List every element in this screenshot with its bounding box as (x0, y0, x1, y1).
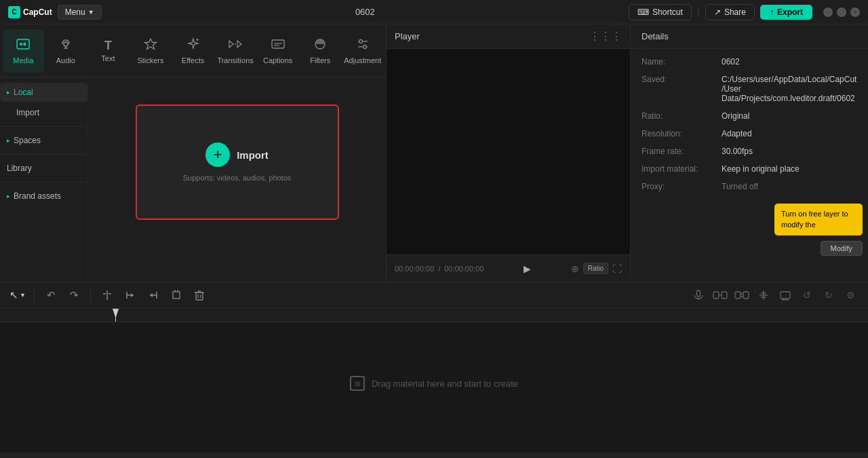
delete-tool[interactable] (190, 286, 209, 305)
export-button[interactable]: ↑ Export (760, 5, 812, 20)
tool-label-filters: Filters (310, 56, 330, 64)
sidebar-label-import: Import (16, 108, 39, 117)
redo-indicator[interactable]: ↻ (819, 286, 838, 305)
tool-item-effects[interactable]: Effects (172, 29, 214, 73)
details-header: Details (631, 24, 868, 49)
detail-label-saved: Saved: (642, 75, 716, 84)
cursor-dropdown-icon: ▼ (20, 292, 26, 299)
center-align-tool[interactable] (754, 286, 773, 305)
frame-left-icon (124, 289, 136, 301)
menu-button[interactable]: Menu ▼ (58, 5, 102, 20)
tool-item-stickers[interactable]: Stickers (130, 29, 172, 73)
svg-rect-36 (713, 292, 719, 299)
title-bar: C CapCut Menu ▼ 0602 ⌨ Shortcut | ↗ Shar… (0, 0, 868, 24)
detail-row-resolution: Resolution: Adapted (642, 129, 857, 138)
tool-item-captions[interactable]: Captions (257, 29, 298, 73)
redo-button[interactable]: ↷ (64, 286, 83, 305)
sidebar-item-import[interactable]: Import (0, 103, 87, 122)
detail-row-import-material: Import material: Keep in original place (642, 164, 857, 174)
svg-marker-7 (237, 41, 241, 47)
capcut-logo: C CapCut (8, 6, 52, 18)
crop-tool[interactable] (167, 286, 186, 305)
detail-row-ratio: Ratio: Original (642, 111, 857, 121)
sidebar-item-library[interactable]: Library (0, 159, 87, 178)
player-header: Player ⋮⋮⋮ (387, 24, 630, 49)
sidebar-item-local[interactable]: ▸ Local (0, 83, 87, 102)
tool-label-transitions: Transitions (217, 56, 253, 64)
svg-rect-40 (743, 292, 749, 299)
share-button[interactable]: ↗ Share (705, 4, 755, 20)
tool-item-media[interactable]: Media (3, 29, 44, 73)
detail-label-name: Name: (642, 57, 716, 66)
title-bar-right: ⌨ Shortcut | ↗ Share ↑ Export − □ × (629, 4, 860, 20)
player-menu-icon[interactable]: ⋮⋮⋮ (589, 30, 622, 43)
time-total: 00:00:00:00 (444, 265, 484, 273)
ratio-button[interactable]: Ratio (583, 263, 608, 274)
modify-button[interactable]: Modify (821, 241, 863, 256)
timeline-right-tools: ↺ ↻ ⚙ (689, 286, 860, 305)
tool-item-filters[interactable]: Filters (300, 29, 341, 73)
detail-row-saved: Saved: C:/Users/user/AppData/Local/CapCu… (642, 75, 857, 103)
svg-rect-29 (196, 292, 203, 300)
sidebar-label-spaces: Spaces (14, 136, 41, 145)
detail-value-name: 0602 (722, 57, 857, 66)
sidebar-item-brand-assets[interactable]: ▸ Brand assets (0, 187, 87, 206)
import-zone[interactable]: + Import Supports: videos, audios, photo… (136, 104, 339, 220)
zoom-icon[interactable]: ⊕ (571, 263, 579, 274)
details-title: Details (642, 31, 669, 41)
sidebar-item-spaces[interactable]: ▸ Spaces (0, 131, 87, 150)
tool-label-captions: Captions (263, 56, 292, 64)
tool-label-stickers: Stickers (137, 56, 163, 64)
title-bar-left: C CapCut Menu ▼ (8, 5, 102, 20)
chevron-icon-local: ▸ (7, 89, 10, 96)
play-button[interactable]: ▶ (519, 261, 535, 277)
tool-item-audio[interactable]: Audio (45, 29, 87, 73)
maximize-button[interactable]: □ (837, 7, 846, 17)
link-tool[interactable] (711, 286, 730, 305)
minimize-button[interactable]: − (823, 7, 833, 17)
undo-indicator[interactable]: ↺ (797, 286, 816, 305)
timeline-scrollbar[interactable] (0, 453, 868, 458)
tl-divider-2 (90, 288, 91, 302)
toolbar: Media Audio T Text (0, 24, 386, 77)
tool-item-adjustment[interactable]: Adjustment (342, 29, 384, 73)
player-right-controls: ⊕ Ratio ⛶ (571, 263, 622, 274)
tool-item-text[interactable]: T Text (87, 29, 129, 73)
chevron-icon-spaces: ▸ (7, 137, 10, 144)
svg-rect-34 (697, 290, 701, 297)
undo-button[interactable]: ↶ (41, 286, 60, 305)
svg-rect-37 (722, 292, 727, 299)
timeline-area: ⊞ Drag material here and start to create (0, 309, 868, 458)
capcut-logo-icon: C (8, 6, 20, 18)
media-icon (16, 37, 31, 54)
preview-tool[interactable] (776, 286, 795, 305)
svg-marker-5 (144, 39, 156, 50)
tool-label-media: Media (13, 56, 33, 64)
timeline-settings[interactable]: ⚙ (841, 286, 860, 305)
drag-hint-icon: ⊞ (350, 376, 365, 391)
timeline-cursor (115, 309, 116, 322)
microphone-button[interactable] (689, 286, 708, 305)
audio-link-tool[interactable] (732, 286, 751, 305)
svg-point-14 (359, 40, 362, 43)
player-controls: 00:00:00:00 / 00:00:00:00 ▶ ⊕ Ratio ⛶ (387, 254, 630, 282)
sidebar-label-brand-assets: Brand assets (14, 191, 61, 201)
detail-value-ratio: Original (722, 111, 857, 121)
fullscreen-icon[interactable]: ⛶ (612, 263, 622, 274)
cursor-tool[interactable]: ↖ ▼ (8, 286, 27, 305)
player-time: 00:00:00:00 / 00:00:00:00 (395, 265, 484, 273)
timeline-toolbar: ↖ ▼ ↶ ↷ (0, 282, 868, 309)
transitions-icon (228, 37, 243, 54)
shortcut-button[interactable]: ⌨ Shortcut (629, 4, 692, 20)
delete-icon (193, 289, 205, 301)
export-icon: ↑ (770, 7, 774, 17)
frame-right-tool[interactable] (144, 286, 163, 305)
text-icon: T (104, 39, 112, 52)
close-button[interactable]: × (850, 7, 860, 17)
svg-rect-47 (781, 292, 790, 299)
split-tool[interactable] (98, 286, 117, 305)
tool-item-transitions[interactable]: Transitions (215, 29, 256, 73)
capcut-name: CapCut (23, 7, 52, 17)
sidebar-divider-3 (0, 182, 87, 183)
frame-left-tool[interactable] (121, 286, 140, 305)
